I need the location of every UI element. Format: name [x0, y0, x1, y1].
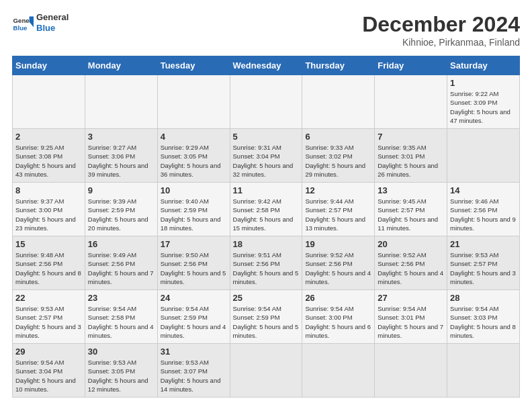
day-info: Sunrise: 9:50 AMSunset: 2:56 PMDaylight:…: [161, 251, 226, 285]
logo-blue: Blue: [36, 23, 69, 34]
day-number: 6: [305, 132, 371, 142]
page-container: General Blue General Blue December 2024 …: [0, 0, 532, 404]
day-cell-20: 20Sunrise: 9:52 AMSunset: 2:56 PMDayligh…: [375, 236, 447, 290]
day-number: 14: [450, 185, 517, 195]
day-number: 16: [88, 239, 154, 249]
day-cell-2: 2Sunrise: 9:25 AMSunset: 3:08 PMDaylight…: [13, 129, 85, 183]
day-cell-31: 31Sunrise: 9:53 AMSunset: 3:07 PMDayligh…: [157, 344, 230, 398]
empty-cell: [375, 75, 447, 129]
day-cell-7: 7Sunrise: 9:35 AMSunset: 3:01 PMDaylight…: [375, 129, 447, 183]
day-cell-9: 9Sunrise: 9:39 AMSunset: 2:59 PMDaylight…: [85, 183, 157, 236]
day-cell-13: 13Sunrise: 9:45 AMSunset: 2:57 PMDayligh…: [375, 183, 447, 236]
day-cell-1: 1Sunrise: 9:22 AMSunset: 3:09 PMDaylight…: [447, 75, 520, 129]
day-cell-11: 11Sunrise: 9:42 AMSunset: 2:58 PMDayligh…: [230, 183, 302, 236]
month-title: December 2024: [362, 12, 520, 37]
day-cell-27: 27Sunrise: 9:54 AMSunset: 3:01 PMDayligh…: [375, 290, 447, 344]
day-number: 2: [15, 132, 82, 142]
day-number: 27: [378, 293, 444, 303]
day-info: Sunrise: 9:29 AMSunset: 3:05 PMDaylight:…: [161, 144, 221, 178]
calendar-header-row: Sunday Monday Tuesday Wednesday Thursday…: [13, 56, 520, 75]
logo-general: General: [36, 12, 69, 23]
day-info: Sunrise: 9:31 AMSunset: 3:04 PMDaylight:…: [233, 144, 294, 178]
day-info: Sunrise: 9:35 AMSunset: 3:01 PMDaylight:…: [378, 144, 438, 178]
day-number: 26: [305, 293, 371, 303]
day-number: 4: [161, 132, 227, 142]
day-cell-12: 12Sunrise: 9:44 AMSunset: 2:57 PMDayligh…: [302, 183, 375, 236]
empty-cell: [230, 344, 302, 398]
calendar-week-1: 1Sunrise: 9:22 AMSunset: 3:09 PMDaylight…: [13, 75, 520, 129]
day-cell-28: 28Sunrise: 9:54 AMSunset: 3:03 PMDayligh…: [447, 290, 520, 344]
col-tuesday: Tuesday: [157, 56, 230, 75]
empty-cell: [447, 129, 520, 183]
day-cell-26: 26Sunrise: 9:54 AMSunset: 3:00 PMDayligh…: [302, 290, 375, 344]
day-cell-29: 29Sunrise: 9:54 AMSunset: 3:04 PMDayligh…: [13, 344, 85, 398]
location: Kihnioe, Pirkanmaa, Finland: [362, 37, 520, 48]
day-cell-18: 18Sunrise: 9:51 AMSunset: 2:56 PMDayligh…: [230, 236, 302, 290]
title-block: December 2024 Kihnioe, Pirkanmaa, Finlan…: [362, 12, 520, 48]
day-info: Sunrise: 9:54 AMSunset: 3:03 PMDaylight:…: [450, 305, 516, 339]
day-number: 1: [450, 78, 517, 88]
day-number: 29: [15, 347, 82, 357]
day-info: Sunrise: 9:54 AMSunset: 3:00 PMDaylight:…: [305, 305, 371, 339]
day-number: 25: [233, 293, 300, 303]
empty-cell: [375, 344, 447, 398]
day-cell-19: 19Sunrise: 9:52 AMSunset: 2:56 PMDayligh…: [302, 236, 375, 290]
day-cell-14: 14Sunrise: 9:46 AMSunset: 2:56 PMDayligh…: [447, 183, 520, 236]
day-info: Sunrise: 9:48 AMSunset: 2:56 PMDaylight:…: [15, 251, 81, 285]
empty-cell: [230, 75, 302, 129]
day-cell-23: 23Sunrise: 9:54 AMSunset: 2:58 PMDayligh…: [85, 290, 157, 344]
day-info: Sunrise: 9:54 AMSunset: 2:59 PMDaylight:…: [161, 305, 226, 339]
day-number: 10: [161, 185, 227, 195]
day-info: Sunrise: 9:51 AMSunset: 2:56 PMDaylight:…: [233, 251, 299, 285]
day-number: 18: [233, 239, 300, 249]
col-sunday: Sunday: [13, 56, 85, 75]
col-monday: Monday: [85, 56, 157, 75]
empty-cell: [85, 75, 157, 129]
day-info: Sunrise: 9:54 AMSunset: 2:59 PMDaylight:…: [233, 305, 299, 339]
day-cell-17: 17Sunrise: 9:50 AMSunset: 2:56 PMDayligh…: [157, 236, 230, 290]
day-info: Sunrise: 9:53 AMSunset: 2:57 PMDaylight:…: [15, 305, 81, 339]
empty-cell: [302, 344, 375, 398]
day-number: 11: [233, 185, 300, 195]
day-info: Sunrise: 9:53 AMSunset: 3:07 PMDaylight:…: [161, 359, 221, 393]
col-thursday: Thursday: [302, 56, 375, 75]
calendar-week-4: 15Sunrise: 9:48 AMSunset: 2:56 PMDayligh…: [13, 236, 520, 290]
day-number: 13: [378, 185, 444, 195]
day-cell-16: 16Sunrise: 9:49 AMSunset: 2:56 PMDayligh…: [85, 236, 157, 290]
day-info: Sunrise: 9:25 AMSunset: 3:08 PMDaylight:…: [15, 144, 76, 178]
day-number: 7: [378, 132, 444, 142]
day-info: Sunrise: 9:33 AMSunset: 3:02 PMDaylight:…: [305, 144, 365, 178]
day-info: Sunrise: 9:37 AMSunset: 3:00 PMDaylight:…: [15, 197, 76, 232]
day-cell-30: 30Sunrise: 9:53 AMSunset: 3:05 PMDayligh…: [85, 344, 157, 398]
logo-icon: General Blue: [12, 12, 34, 34]
day-number: 15: [15, 239, 82, 249]
day-info: Sunrise: 9:49 AMSunset: 2:56 PMDaylight:…: [88, 251, 154, 285]
col-friday: Friday: [375, 56, 447, 75]
day-cell-21: 21Sunrise: 9:53 AMSunset: 2:57 PMDayligh…: [447, 236, 520, 290]
calendar-table: Sunday Monday Tuesday Wednesday Thursday…: [12, 56, 520, 398]
day-info: Sunrise: 9:54 AMSunset: 2:58 PMDaylight:…: [88, 305, 154, 339]
day-cell-24: 24Sunrise: 9:54 AMSunset: 2:59 PMDayligh…: [157, 290, 230, 344]
day-info: Sunrise: 9:27 AMSunset: 3:06 PMDaylight:…: [88, 144, 148, 178]
calendar-week-6: 29Sunrise: 9:54 AMSunset: 3:04 PMDayligh…: [13, 344, 520, 398]
day-number: 20: [378, 239, 444, 249]
day-number: 24: [161, 293, 227, 303]
day-info: Sunrise: 9:44 AMSunset: 2:57 PMDaylight:…: [305, 197, 365, 232]
day-info: Sunrise: 9:54 AMSunset: 3:01 PMDaylight:…: [378, 305, 443, 339]
day-number: 17: [161, 239, 227, 249]
empty-cell: [157, 75, 230, 129]
day-info: Sunrise: 9:52 AMSunset: 2:56 PMDaylight:…: [305, 251, 371, 285]
day-number: 22: [15, 293, 82, 303]
day-number: 23: [88, 293, 154, 303]
logo-text: General Blue: [36, 12, 69, 33]
svg-text:Blue: Blue: [13, 24, 28, 32]
day-cell-10: 10Sunrise: 9:40 AMSunset: 2:59 PMDayligh…: [157, 183, 230, 236]
day-info: Sunrise: 9:53 AMSunset: 3:05 PMDaylight:…: [88, 359, 148, 393]
day-number: 19: [305, 239, 371, 249]
col-saturday: Saturday: [447, 56, 520, 75]
day-cell-25: 25Sunrise: 9:54 AMSunset: 2:59 PMDayligh…: [230, 290, 302, 344]
day-info: Sunrise: 9:46 AMSunset: 2:56 PMDaylight:…: [450, 197, 516, 232]
day-number: 5: [233, 132, 300, 142]
day-info: Sunrise: 9:52 AMSunset: 2:56 PMDaylight:…: [378, 251, 443, 285]
day-number: 9: [88, 185, 154, 195]
